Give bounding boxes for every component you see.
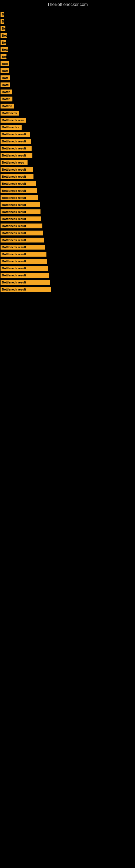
black-bar [9, 47, 135, 52]
bottleneck-badge: Bottleneck result [1, 181, 36, 186]
bottleneck-badge: Bot [1, 54, 6, 59]
list-item: Bottleneck result [0, 145, 135, 152]
black-bar [28, 160, 135, 165]
list-item: Bottleneck r [0, 124, 135, 131]
list-item: Bott [0, 46, 135, 53]
bottleneck-badge: Bottleneck result [1, 195, 38, 200]
black-bar [49, 266, 135, 271]
black-bar [9, 61, 135, 66]
bottleneck-badge: Bottleneck result [1, 252, 46, 257]
black-bar [38, 188, 135, 193]
black-bar [14, 104, 135, 108]
bottleneck-badge: Bottlen [1, 104, 14, 108]
bottleneck-badge: Bottle [1, 90, 12, 94]
bottleneck-badge: Bottl [1, 83, 10, 87]
black-bar [41, 209, 135, 214]
list-item: Bo [0, 39, 135, 46]
black-bar [22, 125, 135, 130]
list-item: Bottleneck result [0, 229, 135, 237]
black-bar [36, 181, 135, 186]
bottleneck-badge: Bo [1, 40, 6, 45]
list-item: Bottleneck result [0, 194, 135, 201]
list-item: Bottleneck result [0, 166, 135, 173]
black-bar [45, 238, 135, 243]
list-item: Bo [0, 25, 135, 32]
bottleneck-badge: Bottleneck result [1, 203, 40, 207]
black-bar [34, 174, 135, 179]
black-bar [50, 273, 135, 278]
black-bar [10, 75, 135, 80]
black-bar [42, 216, 135, 221]
black-bar [7, 54, 135, 59]
bottleneck-badge: Bottleneck result [1, 146, 32, 151]
black-bar [6, 26, 135, 31]
black-bar [48, 259, 135, 264]
list-item: Bottle [0, 88, 135, 95]
list-item: Bot [0, 53, 135, 60]
list-item: Bot [0, 32, 135, 39]
list-item: Bottleneck result [0, 258, 135, 265]
bottleneck-badge: Bottleneck result [1, 223, 42, 228]
list-item: Bottleneck [0, 110, 135, 117]
bottleneck-badge: Bottleneck resu [1, 160, 28, 165]
bottleneck-badge: Bott [1, 47, 8, 52]
bottleneck-badge: Bottle [1, 97, 12, 101]
list-item: Bottleneck result [0, 201, 135, 208]
bottleneck-badge: Bottleneck result [1, 238, 44, 243]
black-bar [46, 245, 135, 250]
black-bar [5, 19, 135, 24]
list-item: B [0, 18, 135, 25]
black-bar [10, 68, 135, 73]
bottleneck-badge: Bottleneck result [1, 280, 50, 285]
black-bar [30, 132, 135, 137]
bottleneck-badge: Bottleneck resu [1, 118, 26, 123]
list-item: Bottleneck result [0, 187, 135, 194]
list-item: Bott [0, 60, 135, 67]
bottleneck-badge: Bottleneck result [1, 287, 51, 292]
black-bar [50, 280, 135, 285]
black-bar [34, 167, 135, 172]
list-item: Bott [0, 74, 135, 82]
list-item: Bottlen [0, 102, 135, 110]
black-bar [47, 252, 135, 257]
list-item: Bottleneck result [0, 272, 135, 279]
black-bar [12, 90, 135, 94]
bottleneck-badge: Bottleneck result [1, 132, 30, 137]
black-bar [6, 40, 135, 45]
bottleneck-badge: Bottleneck [1, 111, 19, 116]
black-bar [11, 83, 135, 87]
list-item: Bottleneck result [0, 131, 135, 138]
black-bar [8, 33, 135, 38]
list-item: Bottleneck result [0, 215, 135, 222]
bottleneck-badge: Bottleneck result [1, 174, 34, 179]
black-bar [40, 203, 135, 207]
list-item: Bottleneck result [0, 279, 135, 286]
bottleneck-badge: Bottleneck result [1, 209, 41, 214]
bottleneck-badge: Bottleneck result [1, 259, 47, 264]
list-item: Bottleneck result [0, 286, 135, 293]
list-item: Bottleneck result [0, 138, 135, 145]
list-item: Bottleneck resu [0, 159, 135, 166]
bottleneck-badge: B [1, 12, 4, 17]
black-bar [43, 223, 135, 228]
bottleneck-badge: Bottleneck result [1, 273, 49, 278]
items-container: BBBoBotBoBottBotBottBottBottBottlBottleB… [0, 8, 135, 296]
list-item: Bott [0, 67, 135, 74]
bottleneck-badge: Bottleneck result [1, 188, 37, 193]
bottleneck-badge: Bottleneck result [1, 245, 45, 250]
page-container: TheBottlenecker.com BBBoBotBoBottBotBott… [0, 0, 135, 868]
bottleneck-badge: Bottleneck result [1, 216, 41, 221]
site-title: TheBottlenecker.com [0, 0, 135, 8]
bottleneck-badge: B [1, 19, 4, 24]
bottleneck-badge: Bo [1, 26, 5, 31]
list-item: Bottleneck resu [0, 117, 135, 124]
black-bar [33, 153, 135, 158]
black-bar [51, 287, 135, 292]
list-item: Bottleneck result [0, 208, 135, 215]
black-bar [27, 118, 135, 123]
black-bar [31, 139, 135, 144]
list-item: Bottleneck result [0, 251, 135, 258]
black-bar [13, 97, 135, 101]
black-bar [44, 230, 135, 236]
bottleneck-badge: Bott [1, 61, 9, 66]
